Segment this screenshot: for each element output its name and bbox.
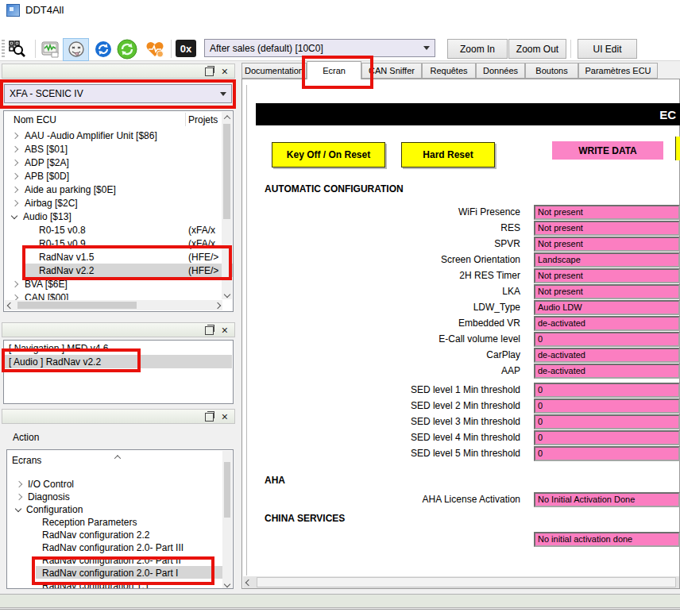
face-glyph bbox=[67, 40, 86, 60]
field-label: SED level 4 Min threshold bbox=[411, 430, 520, 445]
tab-documentation[interactable]: Documentation bbox=[241, 63, 307, 79]
field-value[interactable]: Not present bbox=[534, 268, 680, 283]
column-header-nom-ecu[interactable]: Nom ECU bbox=[14, 114, 56, 125]
field-value[interactable]: Landscape bbox=[534, 252, 680, 268]
tab-donnees[interactable]: Données bbox=[476, 63, 525, 79]
config-row: SED level 1 Min threshold0 bbox=[0, 383, 680, 398]
sync-glyph bbox=[117, 39, 137, 60]
ecu-tree-row[interactable]: ADP [$2A] bbox=[4, 157, 223, 168]
toolbar-grip[interactable] bbox=[2, 40, 5, 57]
toolbar-separator bbox=[570, 40, 571, 58]
key-off-on-reset-button[interactable]: Key Off / On Reset bbox=[272, 142, 385, 167]
config-row: RESNot present bbox=[0, 221, 680, 236]
expander-icon[interactable] bbox=[12, 146, 18, 152]
field-value[interactable]: Audio LDW bbox=[534, 300, 680, 315]
chevron-down-icon bbox=[419, 41, 433, 55]
field-value[interactable]: 0 bbox=[534, 446, 680, 461]
config-row: SED level 3 Min threshold0 bbox=[0, 414, 680, 429]
expander-icon[interactable] bbox=[12, 133, 18, 139]
field-label: Embedded VR bbox=[458, 316, 520, 331]
expander-icon[interactable] bbox=[12, 160, 18, 166]
field-label: AAP bbox=[501, 364, 520, 379]
scan-search-icon[interactable] bbox=[6, 38, 29, 60]
config-row: LDW_TypeAudio LDW bbox=[0, 300, 680, 315]
field-label: SPVR bbox=[494, 237, 520, 252]
toolbar-separator bbox=[35, 40, 36, 58]
ecu-tree-row[interactable]: APB [$0D] bbox=[4, 171, 223, 182]
field-value[interactable]: 0 bbox=[534, 398, 680, 414]
field-value[interactable]: No Initial Activation Done bbox=[534, 492, 680, 507]
zoom-out-button[interactable]: Zoom Out bbox=[508, 39, 566, 59]
face-icon[interactable] bbox=[63, 38, 89, 61]
field-value[interactable]: Not present bbox=[534, 284, 680, 299]
ecu-tree-row[interactable]: Aide au parking [$0E] bbox=[4, 184, 223, 195]
action-tree-item[interactable]: Reception Parameters bbox=[42, 517, 137, 528]
config-row: No initial activation done bbox=[0, 532, 680, 547]
tab-parametres-ecu[interactable]: Paramètres ECU bbox=[578, 63, 658, 79]
annotation-session-audio bbox=[2, 348, 141, 372]
menu-bar: Fichier Plugins bbox=[0, 19, 680, 37]
scrollbar-thumb[interactable] bbox=[224, 462, 230, 518]
toolbar-separator bbox=[171, 40, 172, 58]
action-tree-item[interactable]: I/O Control bbox=[7, 479, 74, 490]
field-label: AHA License Activation bbox=[423, 492, 520, 507]
zoom-in-button[interactable]: Zoom In bbox=[447, 39, 508, 59]
tab-boutons[interactable]: Boutons bbox=[525, 63, 578, 79]
field-value[interactable]: de-activated bbox=[534, 316, 680, 331]
annotation-vehicle-combo bbox=[0, 79, 236, 109]
field-value[interactable]: 0 bbox=[534, 414, 680, 429]
section-china-services: CHINA SERVICES bbox=[265, 513, 345, 524]
scroll-up-icon[interactable] bbox=[222, 112, 232, 122]
write-data-button[interactable]: WRITE DATA bbox=[552, 141, 663, 160]
scrollbar-thumb[interactable] bbox=[257, 577, 676, 587]
field-value[interactable]: 0 bbox=[534, 332, 680, 347]
config-row: WiFi PresenceNot present bbox=[0, 205, 680, 220]
refresh-icon[interactable] bbox=[92, 38, 114, 60]
config-row: Embedded VRde-activated bbox=[0, 316, 680, 331]
field-value[interactable]: Not present bbox=[534, 221, 680, 236]
heartbeat-icon[interactable] bbox=[144, 38, 166, 60]
screen-title-banner: EC bbox=[256, 103, 680, 125]
app-icon bbox=[6, 4, 20, 17]
config-row: E-Call volume level0 bbox=[0, 332, 680, 347]
tab-requetes[interactable]: Requêtes bbox=[422, 63, 476, 79]
heartbeat-glyph bbox=[145, 40, 164, 58]
expander-icon[interactable] bbox=[12, 173, 18, 179]
field-value[interactable]: 0 bbox=[534, 430, 680, 445]
screen-monitor-icon[interactable] bbox=[39, 38, 61, 60]
ecu-tree-row[interactable]: ABS [$01] bbox=[4, 144, 223, 155]
field-value[interactable]: Not present bbox=[534, 205, 680, 220]
field-value[interactable]: Not present bbox=[534, 237, 680, 252]
hex-mode-label: 0x bbox=[180, 43, 191, 55]
field-value[interactable]: 0 bbox=[534, 383, 680, 398]
ui-edit-button[interactable]: UI Edit bbox=[578, 39, 637, 59]
field-value[interactable]: de-activated bbox=[534, 348, 680, 363]
hex-mode-icon[interactable]: 0x bbox=[176, 40, 196, 57]
screen-monitor-glyph bbox=[41, 40, 60, 59]
ecu-tree-row[interactable]: AAU -Audio Amplifier Unit [$86] bbox=[4, 130, 223, 141]
field-label: SED level 2 Min threshold bbox=[411, 398, 520, 414]
profile-combobox[interactable]: After sales (default) [10C0] bbox=[204, 39, 435, 57]
scroll-left-icon[interactable] bbox=[243, 576, 254, 588]
field-value[interactable]: No initial activation done bbox=[534, 532, 680, 547]
screen-horizontal-scrollbar[interactable] bbox=[243, 576, 679, 588]
vertical-scrollbar[interactable] bbox=[222, 451, 232, 589]
dock-float-icon[interactable] bbox=[205, 67, 214, 76]
ecu-dock-header: × bbox=[2, 64, 235, 79]
column-header-projets[interactable]: Projets bbox=[188, 114, 218, 125]
dock-close-icon[interactable]: × bbox=[222, 65, 228, 78]
field-label: SED level 5 Min threshold bbox=[411, 446, 520, 461]
sync-icon[interactable] bbox=[116, 38, 138, 60]
field-label: RES bbox=[500, 221, 520, 236]
column-divider bbox=[185, 113, 186, 126]
hard-reset-button[interactable]: Hard Reset bbox=[401, 142, 495, 167]
scroll-down-icon[interactable] bbox=[222, 579, 232, 589]
cutoff-yellow-button[interactable] bbox=[675, 137, 680, 160]
field-value[interactable]: de-activated bbox=[534, 364, 680, 379]
field-label: 2H RES Timer bbox=[459, 268, 520, 283]
expander-icon[interactable] bbox=[16, 481, 22, 487]
window-title: DDT4All bbox=[25, 4, 64, 16]
annotation-action-part1 bbox=[32, 556, 214, 585]
expander-icon[interactable] bbox=[12, 187, 18, 193]
refresh-glyph bbox=[95, 40, 112, 58]
